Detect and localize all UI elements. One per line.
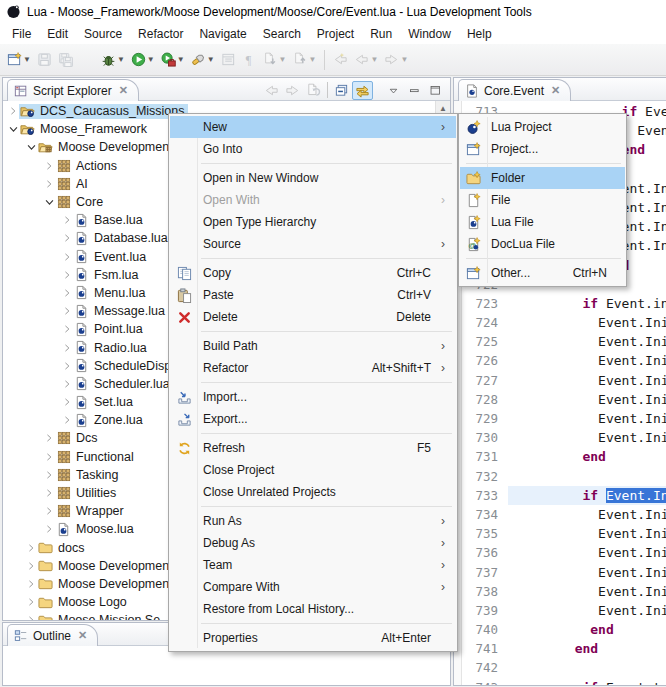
toolbar-button-debug[interactable]: ▼ — [99, 48, 127, 72]
context-menu-item-open-with[interactable]: Open With› — [170, 189, 456, 211]
context-menu-item-restore-from-local-history[interactable]: Restore from Local History... — [170, 598, 456, 620]
chevron-right-icon[interactable] — [61, 360, 73, 372]
toolbar-button-save[interactable] — [35, 48, 54, 72]
code-line-730[interactable]: 730 Event.IniGroupName = Event.IniDCSGro… — [462, 428, 666, 447]
context-menu-item-build-path[interactable]: Build Path› — [170, 335, 456, 357]
menubar-item-source[interactable]: Source — [76, 25, 130, 43]
code-line-739[interactable]: 739 Event.IniDCSGroupName = Event.IniDCS… — [462, 601, 666, 620]
chevron-right-icon[interactable] — [61, 378, 73, 390]
code-line-723[interactable]: 723 if Event.initiator then — [462, 294, 666, 313]
context-menu-item-copy[interactable]: CopyCtrl+C — [170, 262, 456, 284]
context-menu-item-properties[interactable]: PropertiesAlt+Enter — [170, 627, 456, 649]
chevron-right-icon[interactable] — [25, 596, 37, 608]
view-button-view-menu[interactable] — [383, 81, 404, 100]
toolbar-button-next-annotation[interactable]: ▼ — [261, 48, 289, 72]
close-tab-icon[interactable]: ✕ — [119, 84, 128, 97]
view-button-up[interactable] — [303, 81, 324, 100]
chevron-right-icon[interactable] — [43, 178, 55, 190]
context-menu-item-source[interactable]: Source› — [170, 233, 456, 255]
chevron-right-icon[interactable] — [61, 305, 73, 317]
view-button-link-with-editor[interactable] — [352, 81, 373, 100]
context-menu-item-export[interactable]: Export... — [170, 408, 456, 430]
chevron-right-icon[interactable] — [61, 214, 73, 226]
menubar-item-edit[interactable]: Edit — [39, 25, 76, 43]
chevron-right-icon[interactable] — [61, 396, 73, 408]
context-menu-item-delete[interactable]: DeleteDelete — [170, 306, 456, 328]
chevron-right-icon[interactable] — [43, 469, 55, 481]
tab-script-explorer[interactable]: Script Explorer ✕ — [7, 79, 139, 101]
context-menu-item-paste[interactable]: PasteCtrl+V — [170, 284, 456, 306]
new-submenu-item-file[interactable]: File — [460, 189, 625, 211]
context-menu-item-compare-with[interactable]: Compare With› — [170, 576, 456, 598]
dropdown-arrow-icon[interactable]: ▼ — [400, 55, 408, 64]
context-menu-item-import[interactable]: Import... — [170, 386, 456, 408]
code-line-726[interactable]: 726 Event.IniUnitName = Event.IniDCSUnit… — [462, 351, 666, 370]
code-line-733[interactable]: 733 if Event.IniObjectCategory — [462, 486, 666, 505]
dropdown-arrow-icon[interactable]: ▼ — [309, 55, 317, 64]
code-line-727[interactable]: 727 Event.IniUnit = UNIT:FindByName( Eve… — [462, 371, 666, 390]
menubar-item-run[interactable]: Run — [362, 25, 400, 43]
toolbar-button-previous-annotation[interactable]: ▼ — [291, 48, 319, 72]
context-menu-item-team[interactable]: Team› — [170, 554, 456, 576]
chevron-right-icon[interactable] — [43, 487, 55, 499]
menubar-item-help[interactable]: Help — [459, 25, 500, 43]
menubar-item-refactor[interactable]: Refactor — [130, 25, 191, 43]
chevron-right-icon[interactable] — [61, 232, 73, 244]
chevron-down-icon[interactable] — [25, 141, 37, 153]
tab-outline[interactable]: Outline ✕ — [7, 624, 98, 646]
view-button-collapse-all[interactable] — [331, 81, 352, 100]
toolbar-button-save-all[interactable] — [56, 48, 75, 72]
context-menu-item-debug-as[interactable]: Debug As› — [170, 532, 456, 554]
chevron-right-icon[interactable] — [61, 251, 73, 263]
chevron-right-icon[interactable] — [25, 578, 37, 590]
toolbar-button-run-external[interactable]: ▼ — [159, 48, 187, 72]
code-line-742[interactable]: 742 — [462, 658, 666, 677]
view-button-minimize[interactable] — [404, 81, 425, 100]
code-line-743[interactable]: 743 if Event.target — [462, 678, 666, 685]
context-menu-item-close-project[interactable]: Close Project — [170, 459, 456, 481]
code-line-729[interactable]: 729 Event.IniDCSGroupName = Event.IniDCS… — [462, 409, 666, 428]
chevron-down-icon[interactable] — [7, 123, 19, 135]
chevron-right-icon[interactable] — [25, 542, 37, 554]
new-submenu-item-lua-project[interactable]: Lua Project — [460, 116, 625, 138]
new-submenu-item-folder[interactable]: Folder — [460, 167, 625, 189]
code-line-740[interactable]: 740 end — [462, 620, 666, 639]
view-button-maximize[interactable] — [425, 81, 446, 100]
context-menu-item-refactor[interactable]: RefactorAlt+Shift+T› — [170, 357, 456, 379]
chevron-right-icon[interactable] — [43, 451, 55, 463]
close-tab-icon[interactable]: ✕ — [78, 629, 87, 642]
toolbar-button-forward[interactable]: ▼ — [382, 48, 410, 72]
menubar-item-navigate[interactable]: Navigate — [191, 25, 254, 43]
chevron-right-icon[interactable] — [43, 160, 55, 172]
new-submenu-item-doclua-file[interactable]: @DocLua File — [460, 233, 625, 255]
new-submenu-item-project[interactable]: Project... — [460, 138, 625, 160]
new-submenu-item-other[interactable]: Other...Ctrl+N — [460, 262, 625, 284]
chevron-right-icon[interactable] — [61, 269, 73, 281]
menubar-item-file[interactable]: File — [4, 25, 39, 43]
menubar-item-project[interactable]: Project — [309, 25, 362, 43]
dropdown-arrow-icon[interactable]: ▼ — [147, 55, 155, 64]
code-line-728[interactable]: 728 Event.IniDCSGroup = Event.IniDCSUnit… — [462, 390, 666, 409]
code-line-731[interactable]: 731 end — [462, 447, 666, 466]
toolbar-button-show-whitespace[interactable]: ¶ — [240, 48, 259, 72]
chevron-right-icon[interactable] — [25, 614, 37, 620]
toolbar-button-open-element[interactable] — [219, 48, 238, 72]
chevron-right-icon[interactable] — [25, 560, 37, 572]
code-line-735[interactable]: 735 Event.IniDCSUnitName = Event.IniDCSU… — [462, 524, 666, 543]
view-button-forward[interactable] — [282, 81, 303, 100]
context-menu-item-refresh[interactable]: RefreshF5 — [170, 437, 456, 459]
chevron-down-icon[interactable] — [43, 196, 55, 208]
view-button-back[interactable] — [261, 81, 282, 100]
dropdown-arrow-icon[interactable]: ▼ — [117, 55, 125, 64]
context-menu-item-open-in-new-window[interactable]: Open in New Window — [170, 167, 456, 189]
context-menu-item-new[interactable]: New› — [170, 116, 456, 138]
chevron-right-icon[interactable] — [61, 414, 73, 426]
code-line-738[interactable]: 738 Event.IniDCSGroup = Event.IniDCSUnit… — [462, 582, 666, 601]
toolbar-button-search-flashlight[interactable]: ▼ — [189, 48, 217, 72]
code-line-725[interactable]: 725 Event.IniDCSUnitName = Event.IniDCSU… — [462, 332, 666, 351]
context-menu-item-go-into[interactable]: Go Into — [170, 138, 456, 160]
menubar-item-search[interactable]: Search — [255, 25, 309, 43]
chevron-right-icon[interactable] — [61, 323, 73, 335]
code-line-741[interactable]: 741 end — [462, 639, 666, 658]
code-line-734[interactable]: 734 Event.IniDCSUnit = Event.initiator — [462, 505, 666, 524]
